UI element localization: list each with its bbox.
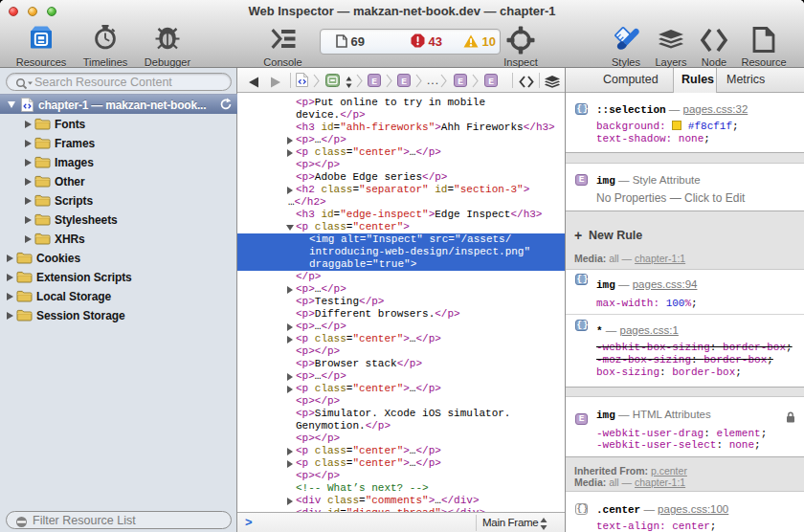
svg-text:E: E: [401, 77, 407, 87]
svg-text:E: E: [371, 77, 377, 87]
svg-text:E: E: [458, 77, 463, 87]
svg-text:E: E: [488, 77, 494, 87]
